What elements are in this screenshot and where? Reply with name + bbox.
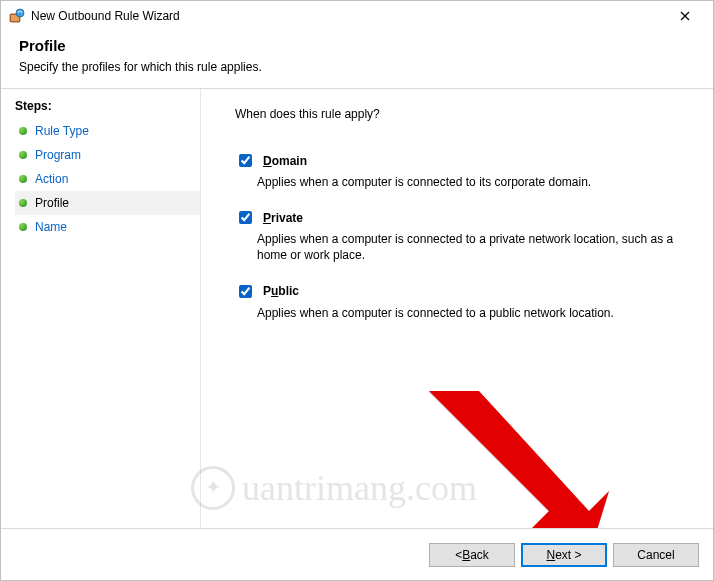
step-name[interactable]: Name (15, 215, 200, 239)
bullet-icon (19, 199, 27, 207)
cancel-button[interactable]: Cancel (613, 543, 699, 567)
svg-point-2 (16, 9, 24, 17)
page-subtitle: Specify the profiles for which this rule… (19, 60, 695, 74)
checkbox-domain[interactable] (239, 154, 252, 167)
question-text: When does this rule apply? (235, 107, 689, 121)
wizard-header: Profile Specify the profiles for which t… (1, 31, 713, 88)
option-domain-label: Domain (263, 154, 307, 168)
checkbox-private[interactable] (239, 211, 252, 224)
option-public: Public Applies when a computer is connec… (235, 282, 689, 321)
step-action[interactable]: Action (15, 167, 200, 191)
steps-label: Steps: (15, 99, 200, 113)
bullet-icon (19, 223, 27, 231)
option-domain-desc: Applies when a computer is connected to … (257, 174, 689, 190)
page-title: Profile (19, 37, 695, 54)
option-public-desc: Applies when a computer is connected to … (257, 305, 689, 321)
bullet-icon (19, 151, 27, 159)
option-private-desc: Applies when a computer is connected to … (257, 231, 689, 263)
back-button[interactable]: < Back (429, 543, 515, 567)
next-button[interactable]: Next > (521, 543, 607, 567)
step-profile[interactable]: Profile (15, 191, 200, 215)
wizard-content: When does this rule apply? Domain Applie… (201, 89, 713, 529)
option-private: Private Applies when a computer is conne… (235, 208, 689, 263)
close-button[interactable] (665, 2, 705, 30)
window-title: New Outbound Rule Wizard (31, 9, 665, 23)
app-icon (9, 8, 25, 24)
option-public-label: Public (263, 284, 299, 298)
wizard-footer: < Back Next > Cancel (1, 528, 713, 580)
bullet-icon (19, 127, 27, 135)
step-program[interactable]: Program (15, 143, 200, 167)
steps-sidebar: Steps: Rule Type Program Action Profile … (1, 89, 201, 529)
option-private-label: Private (263, 211, 303, 225)
step-rule-type[interactable]: Rule Type (15, 119, 200, 143)
option-domain: Domain Applies when a computer is connec… (235, 151, 689, 190)
bullet-icon (19, 175, 27, 183)
checkbox-public[interactable] (239, 285, 252, 298)
titlebar: New Outbound Rule Wizard (1, 1, 713, 31)
